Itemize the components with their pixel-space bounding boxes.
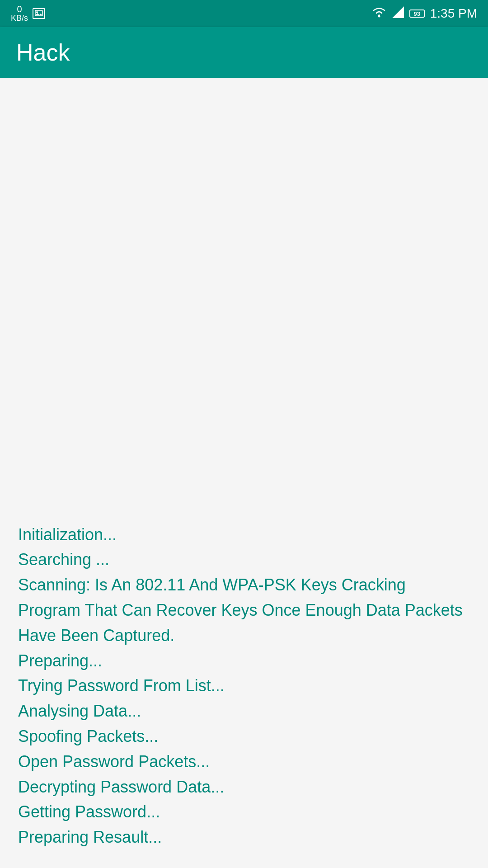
notification-icon: [33, 8, 45, 19]
app-bar: Hack: [0, 27, 488, 78]
svg-point-1: [36, 11, 38, 13]
log-line: Preparing Resault...: [18, 825, 470, 850]
log-line: Spoofing Packets...: [18, 724, 470, 749]
status-time: 1:35 PM: [430, 6, 477, 21]
log-line: Trying Password From List...: [18, 673, 470, 698]
wifi-icon: [371, 6, 387, 21]
svg-point-2: [378, 15, 380, 17]
network-speed: 0 KB/s: [11, 4, 28, 23]
log-line: Analysing Data...: [18, 698, 470, 724]
log-section: Initialization...Searching ...Scanning: …: [0, 511, 488, 868]
log-line: Decrypting Password Data...: [18, 774, 470, 800]
svg-marker-3: [392, 6, 404, 18]
content-area: Initialization...Searching ...Scanning: …: [0, 78, 488, 868]
log-line: Initialization...: [18, 522, 470, 547]
log-line: Open Password Packets...: [18, 749, 470, 774]
signal-icon: [392, 6, 404, 21]
status-bar-right: 93 1:35 PM: [371, 6, 477, 21]
content-spacer: [0, 78, 488, 511]
battery-indicator: 93: [409, 9, 425, 18]
app-title: Hack: [16, 39, 70, 66]
log-line: Getting Password...: [18, 799, 470, 825]
status-bar: 0 KB/s 9: [0, 0, 488, 27]
log-line: Searching ...: [18, 547, 470, 572]
log-line: Preparing...: [18, 648, 470, 674]
status-bar-left: 0 KB/s: [11, 4, 45, 23]
log-line: Scanning: Is An 802.11 And WPA-PSK Keys …: [18, 572, 470, 648]
